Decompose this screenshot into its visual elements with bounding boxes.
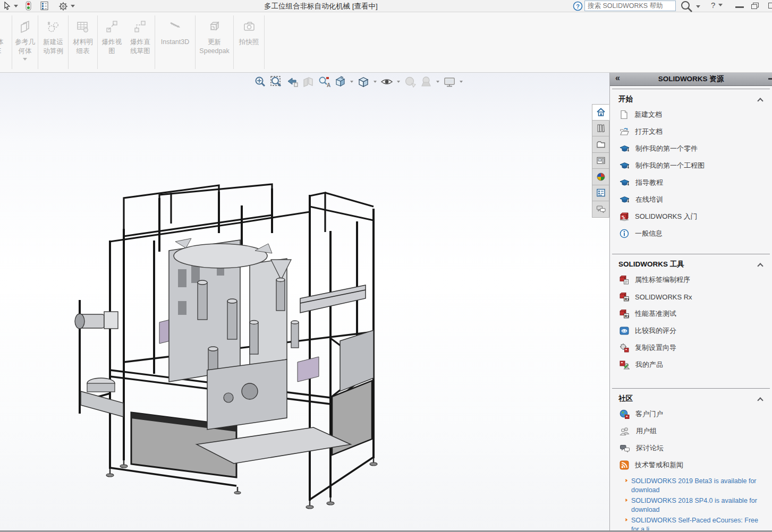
explode-line-sketch-icon bbox=[132, 19, 149, 36]
chevron-down-icon[interactable] bbox=[436, 81, 439, 83]
apply-scene-button[interactable] bbox=[419, 74, 434, 89]
new-motion-study-button[interactable]: 新建运 动算例 bbox=[38, 12, 68, 72]
section-header-community[interactable]: 社区 bbox=[610, 389, 772, 406]
panel-item-new-document[interactable]: 新建文档 bbox=[610, 106, 772, 123]
model-viewport[interactable] bbox=[0, 73, 609, 530]
bill-of-materials-button[interactable]: 材料明 细表 bbox=[69, 12, 97, 72]
previous-view-button[interactable] bbox=[285, 74, 300, 89]
hide-show-items-button[interactable] bbox=[379, 74, 394, 89]
chevron-down-icon[interactable] bbox=[460, 81, 463, 83]
chevron-down-icon bbox=[14, 5, 18, 7]
instant3d-button[interactable]: Instant3D bbox=[155, 12, 195, 72]
update-speedpak-button[interactable]: 更新 Speedpak bbox=[196, 12, 233, 72]
traffic-light-button[interactable] bbox=[23, 1, 33, 11]
panel-item-open-document[interactable]: 打开文档 bbox=[610, 123, 772, 140]
panel-item-copy-settings-wizard[interactable]: 复制设置向导 bbox=[610, 339, 772, 356]
reference-geometry-button[interactable]: 参考几 何体 bbox=[12, 12, 38, 72]
news-link[interactable]: SOLIDWORKS Self-Paced eCourses: Free for… bbox=[631, 516, 767, 530]
select-dropdown[interactable] bbox=[14, 5, 18, 7]
panel-item-property-tab-builder[interactable]: 属性标签编制程序 bbox=[610, 271, 772, 288]
chevron-down-icon[interactable] bbox=[374, 81, 377, 83]
close-button[interactable] bbox=[768, 3, 772, 8]
section-title: 开始 bbox=[618, 95, 633, 104]
item-label: 比较我的评分 bbox=[635, 326, 676, 336]
panel-item-customer-portal[interactable]: 客户门户 bbox=[610, 406, 772, 423]
options-button[interactable] bbox=[58, 1, 69, 12]
cursor-arrow-icon bbox=[5, 2, 10, 10]
panel-item-online-training[interactable]: 在线培训 bbox=[610, 191, 772, 208]
chevron-down-icon[interactable] bbox=[397, 81, 400, 83]
design-checker-button[interactable] bbox=[40, 1, 49, 11]
task-pane-tab-strip bbox=[592, 104, 609, 218]
panel-item-user-groups[interactable]: 用户组 bbox=[610, 423, 772, 440]
panel-item-compare-my-score[interactable]: 比较我的评分 bbox=[610, 322, 772, 339]
options-dropdown[interactable] bbox=[71, 5, 75, 7]
restore-button[interactable] bbox=[751, 3, 760, 9]
svg-text:A: A bbox=[327, 82, 330, 88]
eye-icon bbox=[380, 75, 394, 89]
tab-file-explorer[interactable] bbox=[592, 136, 609, 153]
forum-bubbles-icon bbox=[596, 204, 606, 214]
tab-custom-properties[interactable] bbox=[592, 185, 609, 202]
help-circle-button[interactable]: ? bbox=[573, 1, 583, 13]
display-style-button[interactable] bbox=[356, 74, 371, 89]
tab-solidworks-forum[interactable] bbox=[592, 201, 609, 218]
search-input[interactable] bbox=[584, 1, 676, 11]
item-label: 客户门户 bbox=[635, 409, 663, 419]
explode-line-sketch-button[interactable]: 爆炸直 线草图 bbox=[126, 12, 155, 72]
tab-appearances-scenes[interactable] bbox=[592, 169, 609, 185]
news-link[interactable]: SOLIDWORKS 2019 Beta3 is available for d… bbox=[631, 477, 767, 495]
cad-model bbox=[0, 73, 609, 530]
ribbon-button-partial[interactable]: 体 E bbox=[0, 12, 12, 72]
chevron-up-icon[interactable] bbox=[757, 263, 763, 269]
button-label: Speedpak bbox=[199, 47, 229, 56]
item-label: 复制设置向导 bbox=[635, 343, 676, 353]
section-header-start[interactable]: 开始 bbox=[610, 89, 772, 106]
zoom-to-area-icon bbox=[269, 75, 283, 89]
pin-icon[interactable] bbox=[768, 78, 772, 80]
view-orientation-button[interactable] bbox=[333, 74, 347, 89]
view-settings-button[interactable] bbox=[442, 74, 457, 89]
tab-view-palette[interactable] bbox=[592, 153, 609, 169]
traffic-light-icon bbox=[23, 1, 33, 11]
chevron-down-icon[interactable] bbox=[350, 81, 353, 83]
zoom-to-fit-button[interactable] bbox=[253, 74, 268, 89]
take-snapshot-button[interactable]: 拍快照 bbox=[234, 12, 264, 72]
search-button[interactable] bbox=[680, 0, 700, 13]
tab-solidworks-resources[interactable] bbox=[592, 104, 609, 121]
dynamic-annotation-views-button[interactable]: A bbox=[317, 74, 332, 89]
button-label: 爆炸视 bbox=[102, 38, 122, 47]
minimize-button[interactable] bbox=[735, 3, 744, 8]
chevron-up-icon[interactable] bbox=[757, 397, 763, 403]
panel-item-first-part[interactable]: 制作我的第一个零件 bbox=[610, 140, 772, 157]
view-orientation-icon bbox=[333, 75, 347, 89]
item-label: 新建文档 bbox=[634, 110, 662, 119]
panel-item-discussion-forum[interactable]: 探讨论坛 bbox=[610, 440, 772, 457]
help-menu-button[interactable]: ? bbox=[711, 1, 723, 10]
panel-item-first-drawing[interactable]: 制作我的第一个工程图 bbox=[610, 157, 772, 174]
chevron-up-icon[interactable] bbox=[757, 98, 763, 104]
panel-item-sw-introduction[interactable]: SOLIDWORKS 入门 bbox=[610, 208, 772, 225]
news-link[interactable]: SOLIDWORKS 2018 SP4.0 is available for d… bbox=[631, 496, 767, 514]
panel-item-tutorials[interactable]: 指导教程 bbox=[610, 174, 772, 191]
exploded-view-button[interactable]: 爆炸视 图 bbox=[98, 12, 126, 72]
edit-appearance-button[interactable] bbox=[403, 74, 418, 89]
item-label: 制作我的第一个工程图 bbox=[635, 161, 705, 170]
panel-item-solidworks-rx[interactable]: Rx SOLIDWORKS Rx bbox=[610, 288, 772, 305]
panel-item-general-info[interactable]: 一般信息 bbox=[610, 225, 772, 242]
button-label: 线草图 bbox=[130, 47, 150, 56]
section-view-button[interactable] bbox=[301, 74, 316, 89]
item-label: 一般信息 bbox=[635, 229, 663, 238]
home-icon bbox=[596, 107, 606, 117]
section-header-tools[interactable]: SOLIDWORKS 工具 bbox=[610, 254, 772, 271]
panel-item-tech-alerts-news[interactable]: 技术警戒和新闻 bbox=[610, 457, 772, 474]
button-label: Instant3D bbox=[161, 38, 190, 47]
copy-settings-icon bbox=[620, 343, 629, 353]
zoom-to-area-button[interactable] bbox=[269, 74, 284, 89]
panel-title: SOLIDWORKS 资源 bbox=[658, 74, 724, 84]
panel-item-performance-benchmark[interactable]: Rx 性能基准测试 bbox=[610, 305, 772, 322]
collapse-panel-button[interactable]: « bbox=[615, 73, 620, 83]
panel-item-my-products[interactable]: 我的产品 bbox=[610, 356, 772, 373]
tab-design-library[interactable] bbox=[592, 121, 609, 137]
select-tool-button[interactable] bbox=[3, 1, 12, 11]
